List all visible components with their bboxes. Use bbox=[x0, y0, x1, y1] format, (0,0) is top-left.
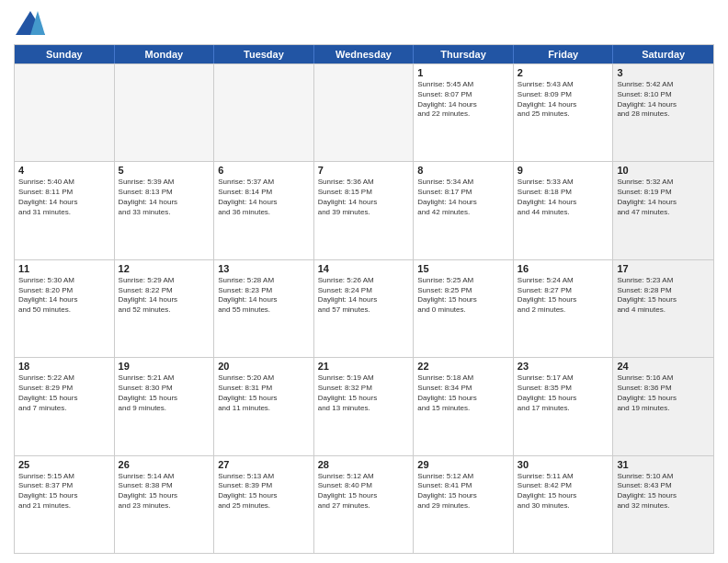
calendar-row-3: 11Sunrise: 5:30 AMSunset: 8:20 PMDayligh… bbox=[15, 259, 713, 357]
cell-info-line: Sunrise: 5:25 AM bbox=[417, 276, 509, 286]
cell-info-line: Sunrise: 5:22 AM bbox=[18, 373, 110, 384]
cell-info-line: Daylight: 15 hours bbox=[617, 295, 710, 305]
calendar-cell-day-19: 19Sunrise: 5:21 AMSunset: 8:30 PMDayligh… bbox=[115, 358, 215, 454]
cell-info-line: Sunrise: 5:37 AM bbox=[218, 178, 310, 188]
cell-info-line: and 52 minutes. bbox=[119, 305, 210, 316]
weekday-header-thursday: Thursday bbox=[414, 45, 514, 63]
cell-info-line: and 42 minutes. bbox=[417, 208, 509, 218]
cell-info-line: and 17 minutes. bbox=[518, 404, 609, 414]
cell-info-line: and 22 minutes. bbox=[417, 109, 509, 120]
cell-info-line: Daylight: 15 hours bbox=[318, 394, 410, 404]
cell-info-line: Daylight: 14 hours bbox=[18, 198, 110, 208]
cell-info-line: and 25 minutes. bbox=[218, 501, 310, 511]
cell-info-line: Daylight: 15 hours bbox=[218, 394, 310, 404]
day-number: 5 bbox=[119, 165, 210, 176]
cell-info-line: Daylight: 14 hours bbox=[18, 295, 110, 305]
calendar-body: 1Sunrise: 5:45 AMSunset: 8:07 PMDaylight… bbox=[15, 63, 713, 553]
cell-info-line: Sunset: 8:11 PM bbox=[18, 188, 110, 198]
cell-info-line: Sunrise: 5:28 AM bbox=[218, 276, 310, 286]
calendar-row-1: 1Sunrise: 5:45 AMSunset: 8:07 PMDaylight… bbox=[15, 63, 713, 161]
day-number: 11 bbox=[18, 263, 110, 274]
cell-info-line: Daylight: 15 hours bbox=[518, 295, 609, 305]
cell-info-line: Sunrise: 5:30 AM bbox=[18, 276, 110, 286]
cell-info-line: Sunrise: 5:14 AM bbox=[119, 472, 210, 482]
cell-info-line: Sunset: 8:09 PM bbox=[518, 90, 609, 100]
cell-info-line: Sunrise: 5:17 AM bbox=[518, 373, 609, 384]
cell-info-line: Sunrise: 5:33 AM bbox=[518, 178, 609, 188]
cell-info-line: and 23 minutes. bbox=[119, 501, 210, 511]
cell-info-line: Sunrise: 5:26 AM bbox=[318, 276, 410, 286]
calendar-cell-day-14: 14Sunrise: 5:26 AMSunset: 8:24 PMDayligh… bbox=[314, 260, 415, 357]
day-number: 8 bbox=[417, 165, 509, 176]
calendar-cell-day-18: 18Sunrise: 5:22 AMSunset: 8:29 PMDayligh… bbox=[15, 358, 115, 454]
cell-info-line: Sunrise: 5:20 AM bbox=[218, 373, 310, 384]
calendar-cell-day-26: 26Sunrise: 5:14 AMSunset: 8:38 PMDayligh… bbox=[115, 456, 215, 553]
cell-info-line: Sunrise: 5:32 AM bbox=[617, 178, 710, 188]
calendar-cell-day-10: 10Sunrise: 5:32 AMSunset: 8:19 PMDayligh… bbox=[613, 162, 713, 259]
cell-info-line: Sunset: 8:41 PM bbox=[417, 481, 509, 491]
cell-info-line: Sunset: 8:36 PM bbox=[617, 384, 710, 394]
cell-info-line: Sunset: 8:40 PM bbox=[318, 481, 410, 491]
calendar-cell-day-4: 4Sunrise: 5:40 AMSunset: 8:11 PMDaylight… bbox=[15, 162, 115, 259]
cell-info-line: Sunset: 8:42 PM bbox=[518, 481, 609, 491]
weekday-header-tuesday: Tuesday bbox=[214, 45, 314, 63]
calendar-cell-day-25: 25Sunrise: 5:15 AMSunset: 8:37 PMDayligh… bbox=[15, 456, 115, 553]
cell-info-line: Sunset: 8:28 PM bbox=[617, 286, 710, 296]
cell-info-line: and 19 minutes. bbox=[617, 404, 710, 414]
day-number: 21 bbox=[318, 361, 410, 372]
cell-info-line: Daylight: 14 hours bbox=[318, 295, 410, 305]
cell-info-line: Sunrise: 5:15 AM bbox=[18, 472, 110, 482]
cell-info-line: Daylight: 15 hours bbox=[18, 491, 110, 501]
cell-info-line: Sunset: 8:23 PM bbox=[218, 286, 310, 296]
cell-info-line: Sunrise: 5:42 AM bbox=[617, 80, 710, 90]
cell-info-line: and 4 minutes. bbox=[617, 305, 710, 316]
day-number: 4 bbox=[18, 165, 110, 176]
calendar-cell-day-31: 31Sunrise: 5:10 AMSunset: 8:43 PMDayligh… bbox=[613, 456, 713, 553]
cell-info-line: Sunset: 8:20 PM bbox=[18, 286, 110, 296]
calendar-header: SundayMondayTuesdayWednesdayThursdayFrid… bbox=[15, 45, 713, 63]
cell-info-line: Sunrise: 5:13 AM bbox=[218, 472, 310, 482]
calendar-cell-day-9: 9Sunrise: 5:33 AMSunset: 8:18 PMDaylight… bbox=[514, 162, 614, 259]
calendar-cell-day-13: 13Sunrise: 5:28 AMSunset: 8:23 PMDayligh… bbox=[214, 260, 314, 357]
day-number: 12 bbox=[119, 263, 210, 274]
day-number: 18 bbox=[18, 361, 110, 372]
cell-info-line: and 57 minutes. bbox=[318, 305, 410, 316]
calendar-cell-day-12: 12Sunrise: 5:29 AMSunset: 8:22 PMDayligh… bbox=[115, 260, 215, 357]
calendar-cell-day-30: 30Sunrise: 5:11 AMSunset: 8:42 PMDayligh… bbox=[514, 456, 614, 553]
day-number: 22 bbox=[417, 361, 509, 372]
day-number: 24 bbox=[617, 361, 710, 372]
cell-info-line: Sunrise: 5:34 AM bbox=[417, 178, 509, 188]
weekday-header-monday: Monday bbox=[115, 45, 215, 63]
calendar-row-2: 4Sunrise: 5:40 AMSunset: 8:11 PMDaylight… bbox=[15, 161, 713, 259]
cell-info-line: and 39 minutes. bbox=[318, 208, 410, 218]
cell-info-line: and 28 minutes. bbox=[617, 109, 710, 120]
calendar-cell-day-7: 7Sunrise: 5:36 AMSunset: 8:15 PMDaylight… bbox=[314, 162, 415, 259]
cell-info-line: Sunset: 8:10 PM bbox=[617, 90, 710, 100]
cell-info-line: Sunset: 8:25 PM bbox=[417, 286, 509, 296]
calendar-cell-empty bbox=[214, 64, 314, 161]
cell-info-line: Daylight: 15 hours bbox=[18, 394, 110, 404]
cell-info-line: and 50 minutes. bbox=[18, 305, 110, 316]
cell-info-line: Daylight: 15 hours bbox=[417, 491, 509, 501]
cell-info-line: and 55 minutes. bbox=[218, 305, 310, 316]
cell-info-line: and 11 minutes. bbox=[218, 404, 310, 414]
cell-info-line: Sunset: 8:07 PM bbox=[417, 90, 509, 100]
cell-info-line: Sunset: 8:13 PM bbox=[119, 188, 210, 198]
cell-info-line: Daylight: 14 hours bbox=[617, 100, 710, 110]
day-number: 14 bbox=[318, 263, 410, 274]
calendar-cell-empty bbox=[314, 64, 415, 161]
day-number: 19 bbox=[119, 361, 210, 372]
calendar-cell-day-6: 6Sunrise: 5:37 AMSunset: 8:14 PMDaylight… bbox=[214, 162, 314, 259]
cell-info-line: Daylight: 14 hours bbox=[218, 198, 310, 208]
cell-info-line: Sunrise: 5:21 AM bbox=[119, 373, 210, 384]
calendar-cell-day-17: 17Sunrise: 5:23 AMSunset: 8:28 PMDayligh… bbox=[613, 260, 713, 357]
cell-info-line: Sunset: 8:14 PM bbox=[218, 188, 310, 198]
calendar-cell-day-27: 27Sunrise: 5:13 AMSunset: 8:39 PMDayligh… bbox=[214, 456, 314, 553]
cell-info-line: Daylight: 15 hours bbox=[518, 394, 609, 404]
cell-info-line: Sunrise: 5:18 AM bbox=[417, 373, 509, 384]
day-number: 17 bbox=[617, 263, 710, 274]
cell-info-line: Daylight: 15 hours bbox=[119, 394, 210, 404]
cell-info-line: Sunrise: 5:29 AM bbox=[119, 276, 210, 286]
cell-info-line: Sunrise: 5:12 AM bbox=[318, 472, 410, 482]
cell-info-line: Daylight: 14 hours bbox=[518, 100, 609, 110]
